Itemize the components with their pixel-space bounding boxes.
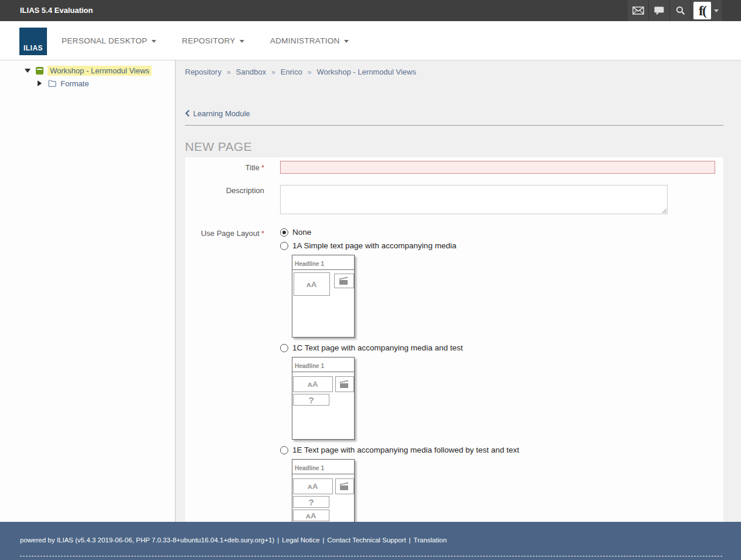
radio-1e[interactable] — [280, 446, 288, 454]
translation-link[interactable]: Translation — [413, 537, 446, 544]
breadcrumb-separator: » — [227, 68, 231, 76]
learning-module-icon — [36, 67, 43, 75]
avatar: f( — [693, 2, 711, 19]
new-page-form: Title* Description Use Page Layout* — [185, 157, 723, 522]
chevron-down-icon — [714, 9, 719, 12]
radio-1c[interactable] — [280, 344, 288, 352]
breadcrumb-separator: » — [271, 68, 275, 76]
required-marker: * — [261, 229, 264, 238]
preview-headline: Headline 1 — [292, 255, 354, 270]
form-row-title: Title* — [185, 161, 723, 174]
ilias-logo[interactable]: ILIAS — [19, 28, 47, 55]
layout-preview-1c: Headline 1 ᴀA ? — [292, 357, 355, 440]
tree-item-label[interactable]: Formate — [60, 79, 89, 88]
page-title: NEW PAGE — [185, 140, 252, 154]
breadcrumb-enrico[interactable]: Enrico — [281, 68, 302, 76]
footer-text: powered by ILIAS (v5.4.3 2019-06-06, PHP… — [20, 537, 447, 544]
use-page-layout-label: Use Page Layout — [201, 229, 260, 238]
title-input[interactable] — [280, 161, 715, 174]
chat-icon — [654, 6, 664, 15]
question-block-icon: ? — [293, 496, 329, 508]
breadcrumb-sandbox[interactable]: Sandbox — [236, 68, 266, 76]
breadcrumb-workshop[interactable]: Workshop - Lernmodul Views — [316, 68, 416, 76]
media-block-icon — [335, 376, 354, 392]
main-region: Workshop - Lernmodul Views Formate Repos… — [0, 60, 741, 522]
layout-option-1c: 1C Text page with accompanying media and… — [280, 343, 723, 352]
topbar-actions: f( — [628, 0, 723, 21]
contact-support-link[interactable]: Contact Technical Support — [327, 537, 406, 544]
footer: powered by ILIAS (v5.4.3 2019-06-06, PHP… — [0, 522, 741, 560]
breadcrumb-repository[interactable]: Repository — [185, 68, 221, 76]
layout-option-none: None — [280, 228, 723, 237]
radio-1a[interactable] — [280, 242, 288, 250]
tree-item-formate: Formate — [0, 79, 175, 88]
chevron-down-icon — [344, 40, 349, 43]
title-label: Title — [245, 163, 260, 172]
search-icon — [676, 6, 685, 15]
form-row-page-layout: Use Page Layout* None 1A Simple text pag… — [185, 228, 723, 522]
nav-item-repository[interactable]: REPOSITORY — [182, 36, 244, 45]
chevron-down-icon — [240, 40, 244, 43]
powered-by-link[interactable]: powered by ILIAS (v5.4.3 2019-06-06, PHP… — [20, 537, 274, 544]
description-label: Description — [226, 186, 264, 195]
content-area: Repository » Sandbox » Enrico » Workshop… — [176, 60, 741, 522]
search-button[interactable] — [670, 0, 691, 21]
nav-item-personal-desktop[interactable]: PERSONAL DESKTOP — [62, 36, 156, 45]
breadcrumb: Repository » Sandbox » Enrico » Workshop… — [185, 68, 416, 76]
footer-focus-outline — [20, 556, 722, 556]
back-to-learning-module-link[interactable]: Learning Module — [185, 109, 250, 118]
media-block-icon — [335, 478, 354, 494]
text-block-icon: ᴀA — [294, 272, 330, 296]
text-block-icon: ᴀA — [293, 510, 329, 521]
back-bar: Learning Module — [185, 109, 723, 126]
tree-item-workshop: Workshop - Lernmodul Views — [0, 66, 175, 75]
chevron-left-icon — [185, 110, 190, 117]
media-block-icon — [334, 274, 354, 288]
layout-preview-1e: Headline 1 ᴀA ? ᴀA — [292, 459, 355, 522]
folder-icon — [48, 80, 56, 87]
layout-option-1a: 1A Simple text page with accompanying me… — [280, 241, 723, 250]
nav-item-administration[interactable]: ADMINISTRATION — [270, 36, 349, 45]
question-block-icon: ? — [293, 394, 329, 406]
text-block-icon: ᴀA — [293, 376, 333, 392]
preview-headline: Headline 1 — [292, 357, 354, 372]
breadcrumb-separator: » — [308, 68, 312, 76]
app-title: ILIAS 5.4 Evaluation — [20, 6, 93, 15]
description-textarea[interactable] — [280, 185, 668, 214]
required-marker: * — [261, 163, 264, 172]
mail-button[interactable] — [628, 0, 649, 21]
chevron-down-icon — [151, 40, 156, 43]
text-block-icon: ᴀA — [293, 478, 333, 494]
chat-button[interactable] — [649, 0, 670, 21]
radio-none[interactable] — [280, 228, 288, 237]
repository-tree: Workshop - Lernmodul Views Formate — [0, 60, 176, 522]
user-menu-button[interactable]: f( — [691, 0, 723, 21]
top-bar: ILIAS 5.4 Evaluation f( — [0, 0, 741, 21]
expand-icon[interactable] — [38, 80, 42, 86]
tree-item-label[interactable]: Workshop - Lernmodul Views — [48, 66, 151, 76]
mail-icon — [632, 6, 644, 15]
layout-preview-1a: Headline 1 ᴀA — [292, 255, 355, 338]
form-row-description: Description — [185, 185, 723, 217]
layout-option-1e: 1E Text page with accompanying media fol… — [280, 446, 723, 454]
legal-notice-link[interactable]: Legal Notice — [282, 537, 319, 544]
main-nav: ILIAS PERSONAL DESKTOP REPOSITORY ADMINI… — [0, 21, 741, 60]
collapse-icon[interactable] — [25, 69, 31, 73]
nav-menu: PERSONAL DESKTOP REPOSITORY ADMINISTRATI… — [62, 21, 349, 60]
preview-headline: Headline 1 — [292, 460, 354, 474]
